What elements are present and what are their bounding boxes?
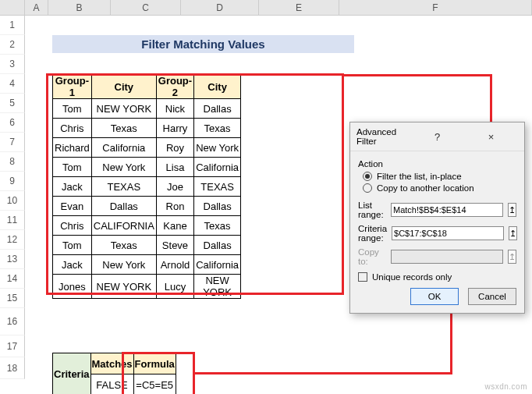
radio-copy[interactable]: Copy to another location [363,183,516,193]
column-headers: A B C D E F [0,0,532,16]
cell[interactable]: New York [91,255,156,275]
hdr-group1[interactable]: Group-1 [53,75,92,99]
row-4[interactable]: 4 [0,74,25,94]
row-11[interactable]: 11 [0,211,25,230]
cell[interactable]: Joe [156,177,193,197]
row-17[interactable]: 17 [0,335,25,357]
ok-button[interactable]: OK [410,288,459,305]
range-picker-icon[interactable]: ↥ [508,203,516,217]
row-12[interactable]: 12 [0,230,25,250]
cell[interactable]: NEW YORK [194,275,241,299]
row-16[interactable]: 16 [0,308,25,335]
table-row: ChrisTexasHarryTexas [53,119,241,138]
radio-icon [363,183,372,193]
range-picker-icon: ↥ [508,250,516,264]
hdr-city2[interactable]: City [194,75,241,99]
col-b[interactable]: B [48,0,111,16]
cell[interactable]: California [91,138,156,158]
cell[interactable]: Chris [53,119,92,138]
row-13[interactable]: 13 [0,250,25,269]
cell[interactable]: Nick [156,99,193,119]
col-e[interactable]: E [259,0,339,16]
col-d[interactable]: D [181,0,259,16]
cell[interactable]: Jones [53,275,92,299]
table-row: TomTexasSteveDallas [53,236,241,255]
cell[interactable]: TEXAS [194,177,241,197]
cell[interactable]: Lisa [156,158,193,177]
unique-checkbox[interactable]: Unique records only [358,272,516,282]
cell[interactable]: Ron [156,197,193,216]
cell[interactable]: Texas [91,119,156,138]
row-7[interactable]: 7 [0,133,25,152]
cancel-button[interactable]: Cancel [468,288,516,305]
row-headers: 1 2 3 4 5 6 7 8 9 10 11 12 13 14 15 16 1… [0,16,25,379]
table-row: JackTEXASJoeTEXAS [53,177,241,197]
formula-value[interactable]: =C5=E5 [133,374,176,395]
cell[interactable]: Dallas [194,197,241,216]
row-6[interactable]: 6 [0,113,25,133]
help-button[interactable]: ? [410,131,464,143]
cell[interactable]: Kane [156,216,193,236]
col-f[interactable]: F [339,0,532,16]
list-range-input[interactable] [391,203,503,217]
cell[interactable]: Texas [194,119,241,138]
cell[interactable]: Tom [53,236,92,255]
dialog-titlebar[interactable]: Advanced Filter ? × [350,122,524,151]
cell[interactable]: Tom [53,158,92,177]
radio-inplace[interactable]: Filter the list, in-place [363,172,516,181]
table-row: JackNew YorkArnoldCalifornia [53,255,241,275]
row-3[interactable]: 3 [0,55,25,74]
col-corner [0,0,25,16]
cell[interactable]: Richard [53,138,92,158]
cell[interactable]: New York [91,158,156,177]
cell[interactable]: California [194,255,241,275]
cell[interactable]: Evan [53,197,92,216]
cell[interactable]: TEXAS [91,177,156,197]
row-8[interactable]: 8 [0,152,25,172]
watermark: wsxdn.com [484,382,527,391]
formula-header[interactable]: Formula [133,353,176,374]
row-9[interactable]: 9 [0,172,25,191]
cell[interactable]: Lucy [156,275,193,299]
cell[interactable]: California [194,158,241,177]
col-a[interactable]: A [25,0,48,16]
table-header-row: Group-1 City Group-2 City [53,75,241,99]
cell[interactable]: NEW YORK [91,99,156,119]
arrow1-h [343,74,491,76]
hdr-city1[interactable]: City [91,75,156,99]
row-10[interactable]: 10 [0,191,25,211]
cell[interactable]: Steve [156,236,193,255]
row-18[interactable]: 18 [0,357,25,379]
criteria-label: Criteria [53,353,91,395]
cell[interactable]: Dallas [91,197,156,216]
cell[interactable]: Harry [156,119,193,138]
cell[interactable]: CALIFORNIA [91,216,156,236]
col-c[interactable]: C [111,0,181,16]
table-row: TomNew YorkLisaCalifornia [53,158,241,177]
cell[interactable]: Texas [91,236,156,255]
row-1[interactable]: 1 [0,16,25,35]
cell[interactable]: Dallas [194,99,241,119]
matches-value[interactable]: FALSE [90,374,133,395]
cell[interactable]: Jack [53,255,92,275]
row-5[interactable]: 5 [0,94,25,113]
cell[interactable]: Jack [53,177,92,197]
copy-to-input [391,250,503,264]
row-15[interactable]: 15 [0,289,25,308]
matches-header[interactable]: Matches [90,353,133,374]
range-picker-icon[interactable]: ↥ [509,226,517,240]
cell[interactable]: NEW YORK [91,275,156,299]
cell[interactable]: New York [194,138,241,158]
cell[interactable]: Roy [156,138,193,158]
cell[interactable]: Dallas [194,236,241,255]
criteria-range-input[interactable] [392,226,504,240]
row-14[interactable]: 14 [0,269,25,289]
cell[interactable]: Texas [194,216,241,236]
cell[interactable]: Chris [53,216,92,236]
row-2[interactable]: 2 [0,35,25,55]
cell[interactable]: Tom [53,99,92,119]
cell[interactable]: Arnold [156,255,193,275]
hdr-group2[interactable]: Group-2 [156,75,193,99]
close-button[interactable]: × [464,131,518,143]
list-range-label: List range: [358,201,386,219]
